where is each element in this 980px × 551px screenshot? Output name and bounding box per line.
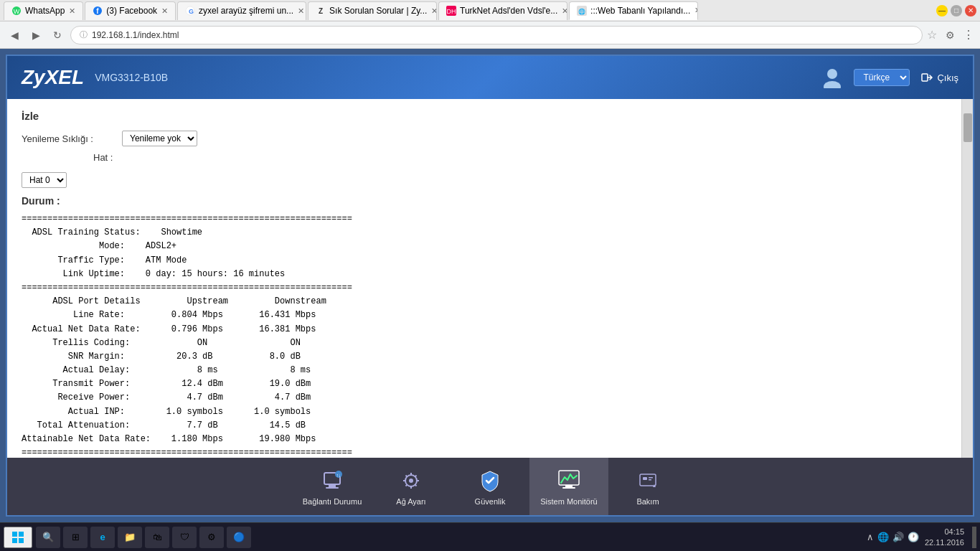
window-minimize-button[interactable]: — [936,5,948,17]
url-bar[interactable]: ⓘ 192.168.1.1/index.html [70,26,923,44]
svg-rect-32 [643,477,647,480]
router-body: İzle Yenileme Sıklığı : Yenileme yok 5 s… [7,99,973,458]
tab-facebook[interactable]: f (3) Facebook ✕ [85,1,176,20]
tab-current-close[interactable]: ✕ [694,6,698,15]
ag-ayari-icon [397,467,425,494]
svg-rect-15 [326,487,339,489]
tab-zyxel-search-label: zyxel arayüz şifremi un... [199,6,293,16]
svg-text:G: G [189,8,194,15]
current-tab-icon: 🌐 [577,6,587,16]
tab-turknet-label: TurkNet Adsl'den Vdsl'e... [460,6,557,16]
tab-turknet-close[interactable]: ✕ [562,6,567,16]
tab-current[interactable]: 🌐 :::Web Tabanlı Yapılandı... ✕ [569,1,698,20]
nav-label-bakim: Bakım [636,497,659,506]
nav-item-sistem-monitoru[interactable]: Sistem Monitörü [529,458,608,515]
forward-button[interactable]: ▶ [27,27,44,44]
language-select[interactable]: Türkçe English [854,69,910,86]
windows-taskbar: 🔍 ⊞ e 📁 🛍 🛡 ⚙ 🔵 ∧ 🌐 🔊 🕐 04:15 22.11.2016 [0,522,980,551]
hat-select[interactable]: Hat 0 Hat 1 [22,172,67,188]
bookmark-button[interactable]: ☆ [927,28,937,42]
taskbar-edge-button[interactable]: e [90,527,115,548]
tab-whatsapp-close[interactable]: ✕ [69,6,75,16]
nav-label-baglanti: Bağlantı Durumu [303,497,362,506]
tray-arrow-icon[interactable]: ∧ [867,532,874,542]
nav-item-bakim[interactable]: Bakım [608,458,687,515]
reload-button[interactable]: ↻ [49,27,66,44]
header-right: Türkçe English Çıkış [821,67,958,88]
taskbar-search-button[interactable]: 🔍 [36,527,60,548]
router-frame: ZyXEL VMG3312-B10B Türkçe English [6,55,974,517]
svg-line-27 [406,484,407,486]
taskbar-explorer-button[interactable]: 📁 [118,527,142,548]
svg-text:↑↓: ↑↓ [336,473,341,478]
page-section-title: İzle [22,110,947,122]
scrollbar[interactable] [961,99,973,458]
browser-content: ZyXEL VMG3312-B10B Türkçe English [0,49,980,522]
volume-icon[interactable]: 🔊 [892,532,904,542]
baglanti-icon: ↑↓ [319,467,346,494]
windows-logo-icon [11,531,24,544]
extensions-button[interactable]: ⚙ [941,27,958,44]
nav-item-ag-ayari[interactable]: Ağ Ayarı [372,458,451,515]
whatsapp-icon: W [11,6,22,16]
show-desktop-button[interactable] [972,527,976,548]
nav-item-baglanti[interactable]: ↑↓ Bağlantı Durumu [293,458,372,515]
status-title: Durum : [22,195,947,207]
tab-zyxel-faq-close[interactable]: ✕ [431,6,437,16]
network-icon[interactable]: 🌐 [877,532,889,542]
logout-icon [920,71,933,84]
menu-button[interactable]: ⋮ [963,28,974,42]
window-maximize-button[interactable]: □ [951,5,962,17]
tab-zyxel-search-close[interactable]: ✕ [298,6,304,16]
refresh-label: Yenileme Sıklığı : [22,133,122,144]
tab-whatsapp[interactable]: W WhatsApp ✕ [4,1,83,20]
svg-point-11 [824,81,841,88]
taskbar-defender-button[interactable]: 🛡 [172,527,197,548]
tab-zyxel-search[interactable]: G zyxel arayüz şifremi un... ✕ [177,1,306,20]
svg-point-10 [827,69,837,79]
svg-rect-14 [329,484,336,487]
hat-select-row: Hat 0 Hat 1 [22,169,947,195]
svg-text:🌐: 🌐 [578,8,585,15]
tab-zyxel-faq[interactable]: Z Sık Sorulan Sorular | Zy... ✕ [308,1,437,20]
tab-whatsapp-label: WhatsApp [25,6,65,16]
taskbar-chrome-button[interactable]: 🔵 [227,527,251,548]
status-content: ========================================… [22,212,947,458]
taskbar-app6-button[interactable]: ⚙ [199,527,224,548]
clock-date: 22.11.2016 [925,537,964,547]
window-close-button[interactable]: ✕ [965,5,976,17]
svg-line-25 [415,484,416,486]
svg-text:W: W [14,8,20,15]
nav-label-sistem-monitoru: Sistem Monitörü [540,497,597,506]
taskbar-store-button[interactable]: 🛍 [145,527,169,548]
taskbar-task-view-button[interactable]: ⊞ [63,527,88,548]
title-bar: W WhatsApp ✕ f (3) Facebook ✕ G zyxel ar… [0,0,980,22]
facebook-icon: f [93,6,103,16]
clock-icon: 🕐 [908,532,919,542]
content-page: İzle Yenileme Sıklığı : Yenileme yok 5 s… [7,99,961,458]
security-icon: ⓘ [80,29,88,40]
tab-zyxel-faq-label: Sık Sorulan Sorular | Zy... [329,6,427,16]
sistem-monitoru-icon [555,467,583,494]
svg-rect-35 [12,532,17,537]
nav-item-guvenlik[interactable]: Güvenlik [451,458,529,515]
svg-line-26 [415,476,416,477]
window-controls: — □ ✕ [936,5,976,17]
taskbar-right: ∧ 🌐 🔊 🕐 04:15 22.11.2016 [867,527,976,548]
svg-rect-36 [19,532,24,537]
refresh-select[interactable]: Yenileme yok 5 saniye 10 saniye 30 saniy… [122,131,197,146]
svg-rect-38 [19,538,24,543]
google-icon: G [185,6,195,16]
tab-turknet[interactable]: DH TurkNet Adsl'den Vdsl'e... ✕ [438,1,567,20]
logout-button[interactable]: Çıkış [920,71,958,84]
back-button[interactable]: ◀ [6,27,23,44]
router-logo: ZyXEL VMG3312-B10B [22,66,168,89]
svg-line-24 [406,476,407,477]
scroll-thumb[interactable] [963,113,972,142]
user-icon [821,67,843,88]
router-content[interactable]: İzle Yenileme Sıklığı : Yenileme yok 5 s… [7,99,961,458]
router-model: VMG3312-B10B [95,72,168,83]
svg-rect-37 [12,538,17,543]
start-button[interactable] [4,527,32,548]
tab-facebook-close[interactable]: ✕ [161,6,168,16]
